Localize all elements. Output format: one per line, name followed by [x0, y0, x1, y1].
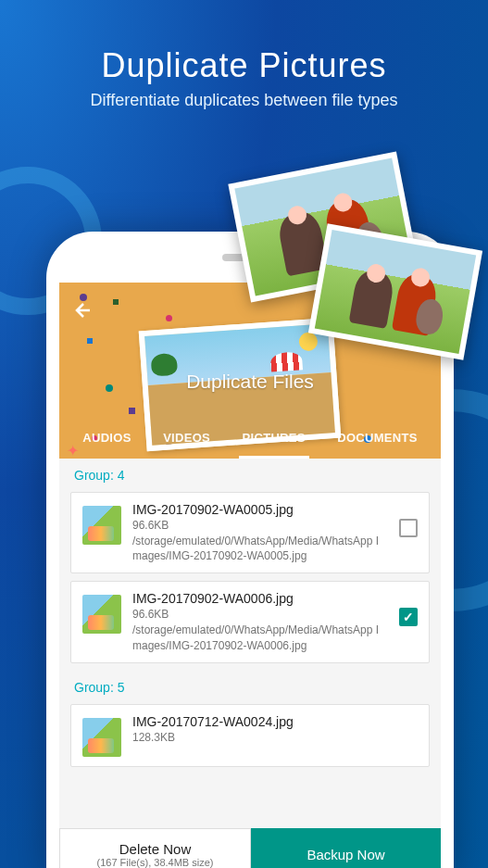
- file-row[interactable]: IMG-20170712-WA0024.jpg 128.3KB: [70, 704, 430, 767]
- group-header: Group: 5: [59, 671, 441, 700]
- tab-audios[interactable]: AUDIOS: [79, 420, 134, 459]
- file-info: IMG-20170712-WA0024.jpg 128.3KB: [132, 714, 418, 746]
- file-name: IMG-20170712-WA0024.jpg: [132, 714, 418, 729]
- file-thumbnail: [82, 718, 121, 757]
- tab-pictures[interactable]: PICTURES: [239, 420, 309, 459]
- file-name: IMG-20170902-WA0005.jpg: [132, 502, 388, 517]
- file-info: IMG-20170902-WA0006.jpg 96.6KB /storage/…: [132, 591, 388, 652]
- select-checkbox[interactable]: [399, 519, 418, 537]
- delete-button-subtitle: (167 File(s), 38.4MB size): [97, 857, 214, 868]
- file-thumbnail: [82, 595, 121, 634]
- select-checkbox[interactable]: [399, 608, 418, 626]
- page-title: Duplicate Files: [59, 371, 441, 393]
- group-header: Group: 4: [59, 459, 441, 488]
- confetti-icon: [113, 299, 119, 305]
- back-button[interactable]: [65, 292, 102, 329]
- file-path: /storage/emulated/0/WhatsApp/Media/Whats…: [132, 623, 388, 652]
- delete-button-label: Delete Now: [119, 841, 192, 857]
- file-size: 128.3KB: [132, 731, 418, 744]
- promo-header: Duplicate Pictures Differentiate duplica…: [0, 0, 488, 138]
- backup-now-button[interactable]: Backup Now: [251, 828, 441, 868]
- floating-photo-stack: [238, 167, 479, 371]
- file-list[interactable]: Group: 4 IMG-20170902-WA0005.jpg 96.6KB …: [59, 459, 441, 828]
- file-info: IMG-20170902-WA0005.jpg 96.6KB /storage/…: [132, 502, 388, 563]
- file-row[interactable]: IMG-20170902-WA0006.jpg 96.6KB /storage/…: [70, 581, 430, 662]
- file-path: /storage/emulated/0/WhatsApp/Media/Whats…: [132, 534, 388, 563]
- confetti-icon: [166, 315, 172, 321]
- file-row[interactable]: IMG-20170902-WA0005.jpg 96.6KB /storage/…: [70, 492, 430, 573]
- promo-title: Duplicate Pictures: [19, 46, 469, 85]
- file-size: 96.6KB: [132, 608, 388, 621]
- confetti-icon: [129, 408, 135, 414]
- promo-subtitle: Differentiate duplicates between file ty…: [19, 91, 469, 110]
- tab-bar: AUDIOS VIDEOS PICTURES DOCUMENTS: [59, 420, 441, 459]
- sample-photo: [308, 223, 482, 360]
- tab-videos[interactable]: VIDEOS: [159, 420, 214, 459]
- confetti-icon: [87, 338, 93, 344]
- file-size: 96.6KB: [132, 519, 388, 532]
- arrow-left-icon: [72, 299, 94, 321]
- file-name: IMG-20170902-WA0006.jpg: [132, 591, 388, 606]
- tab-documents[interactable]: DOCUMENTS: [333, 420, 420, 459]
- file-thumbnail: [82, 506, 121, 545]
- delete-now-button[interactable]: Delete Now (167 File(s), 38.4MB size): [59, 828, 251, 868]
- bottom-action-bar: Delete Now (167 File(s), 38.4MB size) Ba…: [59, 828, 441, 868]
